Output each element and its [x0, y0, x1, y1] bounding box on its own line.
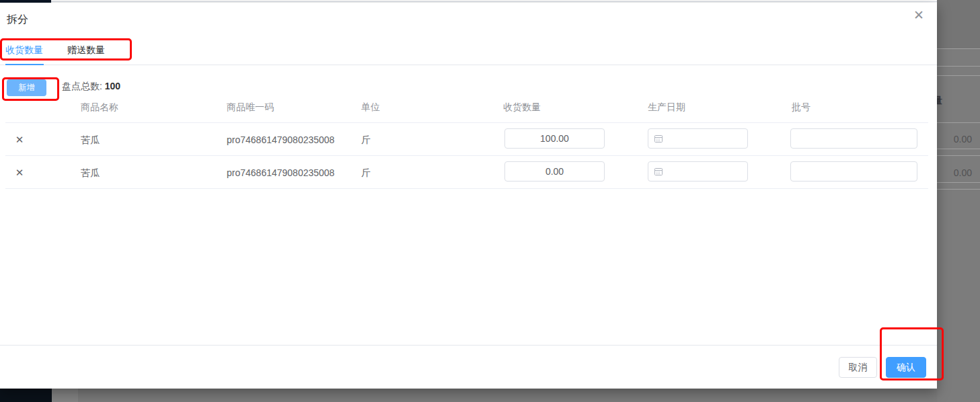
col-header-batch-no: 批号 — [792, 102, 811, 114]
inventory-total: 盘点总数: 100 — [62, 81, 120, 93]
delete-row-icon[interactable]: ✕ — [14, 134, 25, 146]
bg-grid-line — [937, 182, 980, 183]
close-icon[interactable]: ✕ — [910, 7, 928, 24]
background-cell-value: 0.00 — [937, 134, 972, 145]
bg-grid-line — [937, 75, 980, 76]
col-header-name: 商品名称 — [81, 102, 118, 114]
tab-bar: 收货数量 赠送数量 — [0, 36, 937, 65]
background-column-header: 量 — [937, 95, 942, 107]
active-tab-underline — [5, 64, 44, 65]
inventory-total-value: 100 — [105, 81, 120, 91]
cell-product-code: pro746861479080235008 — [227, 167, 334, 178]
bg-grid-line — [937, 66, 980, 67]
cell-product-name: 苦瓜 — [81, 134, 100, 147]
production-date-input[interactable] — [648, 128, 748, 149]
delete-row-icon[interactable]: ✕ — [14, 167, 25, 179]
background-bottom-strip — [0, 389, 937, 402]
cell-unit: 斤 — [361, 134, 371, 147]
inventory-total-label: 盘点总数: — [62, 81, 102, 91]
production-date-input[interactable] — [648, 161, 748, 182]
batch-no-input[interactable] — [790, 161, 917, 182]
confirm-button[interactable]: 确认 — [886, 357, 926, 378]
quantity-input[interactable] — [504, 128, 605, 149]
col-header-unit: 单位 — [361, 102, 380, 114]
cell-product-name: 苦瓜 — [81, 167, 100, 179]
footer-divider — [0, 345, 937, 346]
col-header-quantity: 收货数量 — [503, 102, 541, 114]
batch-no-input[interactable] — [790, 128, 917, 149]
bg-grid-line — [937, 189, 980, 190]
background-header-shade — [937, 0, 980, 48]
row-divider — [5, 188, 928, 189]
background-sidebar-block — [0, 389, 52, 402]
bg-grid-line — [937, 122, 980, 123]
cell-unit: 斤 — [361, 167, 371, 179]
background-table-strip: 量 0.00 0.00 — [937, 0, 980, 402]
dialog-title: 拆分 — [7, 11, 28, 28]
tab-gift-quantity[interactable]: 赠送数量 — [67, 44, 105, 56]
row-divider — [5, 155, 928, 156]
col-header-code: 商品唯一码 — [227, 102, 274, 114]
split-dialog: 拆分 ✕ 收货数量 赠送数量 新增 盘点总数: 100 商品名称 商品唯一码 单… — [0, 3, 937, 389]
bg-grid-line — [937, 155, 980, 156]
bg-grid-line — [937, 149, 980, 149]
add-row-button[interactable]: 新增 — [7, 79, 46, 96]
bg-grid-line — [937, 48, 980, 49]
row-divider — [5, 122, 928, 123]
background-header-border — [51, 1, 937, 2]
cell-product-code: pro746861479080235008 — [227, 134, 334, 145]
background-cell-value: 0.00 — [937, 167, 972, 178]
tab-receive-quantity[interactable]: 收货数量 — [5, 44, 43, 56]
background-submenu-band — [52, 389, 78, 402]
col-header-production-date: 生产日期 — [648, 102, 685, 114]
cancel-button[interactable]: 取消 — [839, 357, 877, 378]
quantity-input[interactable] — [504, 161, 605, 182]
